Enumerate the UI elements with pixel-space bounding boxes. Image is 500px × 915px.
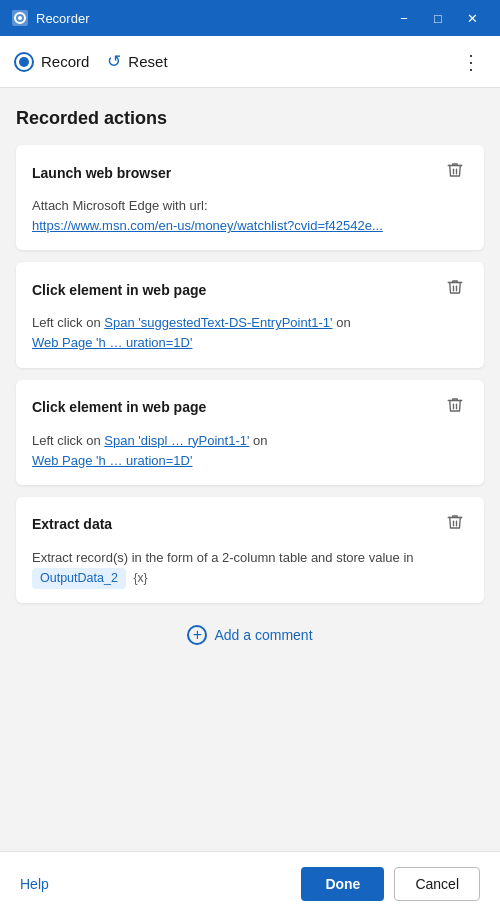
output-data-badge: OutputData_2: [32, 568, 126, 589]
add-comment-area: + Add a comment: [16, 615, 484, 649]
reset-button[interactable]: ↺ Reset: [107, 51, 167, 72]
reset-label: Reset: [128, 53, 167, 70]
action-card-click-2: Click element in web page Left click on …: [16, 380, 484, 485]
action-card-extract: Extract data Extract record(s) in the fo…: [16, 497, 484, 604]
card-title-2: Click element in web page: [32, 282, 206, 298]
card-title-3: Click element in web page: [32, 399, 206, 415]
trash-icon-1: [446, 161, 464, 179]
reset-icon: ↺: [107, 51, 121, 72]
card-body-3: Left click on Span 'displ … ryPoint1-1' …: [32, 431, 468, 471]
card-body-text-3b: on: [253, 433, 267, 448]
card-link-3a[interactable]: Span 'displ … ryPoint1-1': [104, 433, 249, 448]
card-body-1: Attach Microsoft Edge with url: https://…: [32, 196, 468, 236]
card-body-4: Extract record(s) in the form of a 2-col…: [32, 548, 468, 590]
delete-button-3[interactable]: [442, 394, 468, 421]
toolbar-left: Record ↺ Reset: [14, 51, 168, 72]
card-header-2: Click element in web page: [32, 276, 468, 303]
footer-actions: Done Cancel: [301, 867, 480, 901]
trash-icon-3: [446, 396, 464, 414]
card-header-4: Extract data: [32, 511, 468, 538]
card-header-1: Launch web browser: [32, 159, 468, 186]
action-card-launch-browser: Launch web browser Attach Microsoft Edge…: [16, 145, 484, 250]
variable-icon: {x}: [133, 571, 147, 585]
close-button[interactable]: ✕: [456, 4, 488, 32]
help-button[interactable]: Help: [20, 876, 49, 892]
record-label: Record: [41, 53, 89, 70]
card-body-text-4: Extract record(s) in the form of a 2-col…: [32, 550, 414, 565]
maximize-button[interactable]: □: [422, 4, 454, 32]
title-bar: Recorder − □ ✕: [0, 0, 500, 36]
card-title-1: Launch web browser: [32, 165, 171, 181]
record-dot-icon: [14, 52, 34, 72]
card-body-text-2b: on: [336, 315, 350, 330]
card-link-3b[interactable]: Web Page 'h … uration=1D': [32, 453, 192, 468]
delete-button-1[interactable]: [442, 159, 468, 186]
more-options-button[interactable]: ⋮: [457, 50, 486, 74]
title-bar-controls: − □ ✕: [388, 4, 488, 32]
add-comment-label: Add a comment: [214, 627, 312, 643]
card-header-3: Click element in web page: [32, 394, 468, 421]
cancel-button[interactable]: Cancel: [394, 867, 480, 901]
record-button[interactable]: Record: [14, 52, 89, 72]
svg-point-2: [18, 16, 22, 20]
card-body-text-2a: Left click on: [32, 315, 101, 330]
title-bar-left: Recorder: [12, 10, 89, 26]
section-title: Recorded actions: [16, 108, 484, 129]
content-area: Recorded actions Launch web browser Atta…: [0, 88, 500, 851]
toolbar: Record ↺ Reset ⋮: [0, 36, 500, 88]
card-title-4: Extract data: [32, 516, 112, 532]
card-link-1[interactable]: https://www.msn.com/en-us/money/watchlis…: [32, 218, 383, 233]
trash-icon-2: [446, 278, 464, 296]
add-comment-button[interactable]: + Add a comment: [187, 625, 312, 645]
done-button[interactable]: Done: [301, 867, 384, 901]
footer: Help Done Cancel: [0, 851, 500, 915]
add-comment-icon: +: [187, 625, 207, 645]
window-title: Recorder: [36, 11, 89, 26]
minimize-button[interactable]: −: [388, 4, 420, 32]
record-dot-inner: [19, 57, 29, 67]
card-body-text-3a: Left click on: [32, 433, 101, 448]
card-link-2b[interactable]: Web Page 'h … uration=1D': [32, 335, 192, 350]
card-body-text-1: Attach Microsoft Edge with url:: [32, 198, 208, 213]
card-body-2: Left click on Span 'suggestedText-DS-Ent…: [32, 313, 468, 353]
delete-button-4[interactable]: [442, 511, 468, 538]
delete-button-2[interactable]: [442, 276, 468, 303]
action-card-click-1: Click element in web page Left click on …: [16, 262, 484, 367]
card-link-2a[interactable]: Span 'suggestedText-DS-EntryPoint1-1': [104, 315, 332, 330]
trash-icon-4: [446, 513, 464, 531]
app-icon: [12, 10, 28, 26]
